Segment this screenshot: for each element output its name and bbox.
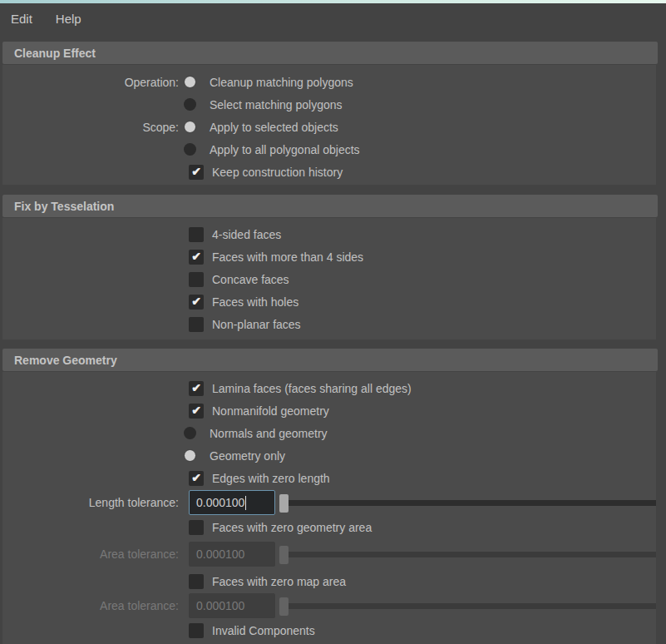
section-title: Remove Geometry xyxy=(14,354,117,367)
checkbox-4-sided-faces[interactable] xyxy=(189,227,204,242)
row-non-planar-faces: Non-planar faces xyxy=(2,313,656,335)
row-length-tolerance: Length tolerance: 0.000100 xyxy=(2,489,656,516)
section-body-cleanup-effect: Operation: Cleanup matching polygons Sel… xyxy=(2,65,656,185)
radio-cleanup-matching-polygons[interactable] xyxy=(184,76,196,88)
area-tolerance-map-value: 0.000100 xyxy=(196,599,244,612)
area-tolerance-geometry-input: 0.000100 xyxy=(189,542,275,567)
row-keep-construction-history: ✔ Keep construction history xyxy=(2,161,656,183)
check-icon: ✔ xyxy=(191,382,201,394)
row-invalid-components: Invalid Components xyxy=(2,619,656,642)
row-4-sided-faces: 4-sided faces xyxy=(2,223,656,245)
checkbox-non-planar-faces[interactable] xyxy=(189,317,204,332)
radio-label[interactable]: Select matching polygons xyxy=(210,98,343,111)
section-header-remove-geometry[interactable]: Remove Geometry xyxy=(2,349,658,371)
menu-item-edit[interactable]: Edit xyxy=(4,9,39,28)
row-cleanup-matching-polygons: Operation: Cleanup matching polygons xyxy=(2,71,656,93)
checkbox-edges-zero-length[interactable]: ✔ xyxy=(189,471,204,486)
checkbox-label[interactable]: Concave faces xyxy=(212,273,289,286)
menu-item-help[interactable]: Help xyxy=(49,9,88,28)
check-icon: ✔ xyxy=(191,404,201,416)
radio-label[interactable]: Normals and geometry xyxy=(210,427,328,440)
check-icon: ✔ xyxy=(191,166,201,177)
radio-label[interactable]: Cleanup matching polygons xyxy=(210,76,353,89)
section-title: Cleanup Effect xyxy=(14,47,96,60)
row-select-matching-polygons: Select matching polygons xyxy=(2,93,656,116)
operation-label: Operation: xyxy=(2,76,179,89)
length-tolerance-value: 0.000100 xyxy=(196,496,244,509)
check-icon: ✔ xyxy=(191,472,201,483)
slider-track xyxy=(284,552,656,557)
row-nonmanifold-geometry: ✔ Nonmanifold geometry xyxy=(2,399,656,422)
row-faces-with-holes: ✔ Faces with holes xyxy=(2,290,656,313)
checkbox-nonmanifold-geometry[interactable]: ✔ xyxy=(189,404,204,419)
row-normals-and-geometry: Normals and geometry xyxy=(2,422,656,444)
radio-label[interactable]: Apply to selected objects xyxy=(210,121,338,134)
checkbox-invalid-components[interactable] xyxy=(189,623,204,638)
checkbox-label[interactable]: Faces with zero map area xyxy=(212,575,346,588)
row-lamina-faces: ✔ Lamina faces (faces sharing all edges) xyxy=(2,377,656,399)
radio-normals-and-geometry[interactable] xyxy=(184,427,196,439)
checkbox-lamina-faces[interactable]: ✔ xyxy=(189,381,204,396)
area-tolerance-map-slider xyxy=(275,595,656,617)
text-caret xyxy=(245,496,246,510)
section-body-remove-geometry: ✔ Lamina faces (faces sharing all edges)… xyxy=(2,372,656,644)
radio-label[interactable]: Geometry only xyxy=(210,449,285,463)
checkbox-label[interactable]: Invalid Components xyxy=(212,624,315,637)
radio-geometry-only[interactable] xyxy=(184,449,196,462)
checkbox-label[interactable]: Faces with zero geometry area xyxy=(212,521,372,534)
slider-track[interactable] xyxy=(284,500,656,506)
row-apply-selected-objects: Scope: Apply to selected objects xyxy=(2,116,656,138)
checkbox-label[interactable]: Lamina faces (faces sharing all edges) xyxy=(212,382,412,395)
radio-apply-all-polygonal-objects[interactable] xyxy=(184,143,196,156)
row-concave-faces: Concave faces xyxy=(2,268,656,290)
length-tolerance-slider[interactable] xyxy=(275,492,656,514)
checkbox-label[interactable]: Faces with holes xyxy=(212,295,298,309)
checkbox-concave-faces[interactable] xyxy=(189,272,204,287)
section-header-fix-by-tesselation[interactable]: Fix by Tesselation xyxy=(2,195,658,217)
row-edges-zero-length: ✔ Edges with zero length xyxy=(2,467,656,489)
row-apply-all-polygonal-objects: Apply to all polygonal objects xyxy=(2,138,656,161)
checkbox-label[interactable]: Nonmanifold geometry xyxy=(212,404,329,418)
checkbox-label[interactable]: Edges with zero length xyxy=(212,472,330,485)
section-header-cleanup-effect[interactable]: Cleanup Effect xyxy=(2,42,658,64)
slider-handle[interactable] xyxy=(279,494,289,513)
length-tolerance-label: Length tolerance: xyxy=(2,496,179,509)
row-faces-zero-geometry-area: Faces with zero geometry area xyxy=(2,516,656,538)
checkbox-label[interactable]: 4-sided faces xyxy=(212,228,281,241)
slider-handle xyxy=(279,597,289,616)
checkbox-faces-more-than-4-sides[interactable]: ✔ xyxy=(189,250,204,265)
check-icon: ✔ xyxy=(191,250,201,262)
radio-select-matching-polygons[interactable] xyxy=(184,98,196,111)
radio-label[interactable]: Apply to all polygonal objects xyxy=(210,143,360,156)
radio-apply-selected-objects[interactable] xyxy=(184,121,196,133)
checkbox-label[interactable]: Faces with more than 4 sides xyxy=(212,250,363,264)
slider-track xyxy=(284,603,656,609)
row-faces-more-than-4-sides: ✔ Faces with more than 4 sides xyxy=(2,245,656,268)
area-tolerance-geometry-label: Area tolerance: xyxy=(2,547,179,561)
slider-handle xyxy=(279,546,289,564)
section-title: Fix by Tesselation xyxy=(14,200,114,213)
section-body-fix-by-tesselation: 4-sided faces ✔ Faces with more than 4 s… xyxy=(2,218,656,339)
row-area-tolerance-map: Area tolerance: 0.000100 xyxy=(2,592,656,619)
area-tolerance-geometry-value: 0.000100 xyxy=(196,547,244,561)
checkbox-keep-construction-history[interactable]: ✔ xyxy=(189,165,204,180)
menu-bar: Edit Help xyxy=(0,3,666,33)
row-area-tolerance-geometry: Area tolerance: 0.000100 xyxy=(2,541,656,567)
row-geometry-only: Geometry only xyxy=(2,444,656,467)
check-icon: ✔ xyxy=(191,295,201,307)
area-tolerance-map-label: Area tolerance: xyxy=(2,599,179,612)
scope-label: Scope: xyxy=(2,121,179,134)
length-tolerance-input[interactable]: 0.000100 xyxy=(189,490,275,515)
checkbox-label[interactable]: Non-planar faces xyxy=(212,318,301,331)
checkbox-faces-with-holes[interactable]: ✔ xyxy=(189,295,204,310)
checkbox-label[interactable]: Keep construction history xyxy=(212,166,343,179)
checkbox-faces-zero-geometry-area[interactable] xyxy=(189,520,204,535)
area-tolerance-map-input: 0.000100 xyxy=(189,593,275,618)
checkbox-faces-zero-map-area[interactable] xyxy=(189,574,204,589)
area-tolerance-geometry-slider xyxy=(275,543,656,566)
row-faces-zero-map-area: Faces with zero map area xyxy=(2,570,656,592)
